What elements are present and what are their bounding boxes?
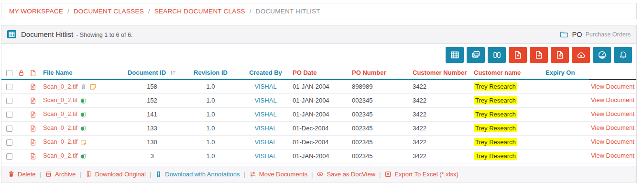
- cell-created-by-link[interactable]: VISHAL: [254, 111, 276, 118]
- header-cell-customer-number[interactable]: Customer Number: [411, 66, 472, 80]
- checkin-document-button[interactable]: [551, 47, 569, 63]
- archive-button[interactable]: Archive: [45, 171, 76, 178]
- cell-po-number: 898989: [350, 80, 411, 93]
- cell-actions: View Document: [589, 121, 636, 135]
- cell-created-by: VISHAL: [240, 93, 291, 107]
- grid-view-button[interactable]: [446, 47, 464, 63]
- cell-created-by: VISHAL: [240, 121, 291, 135]
- table-row: Scan_0_2.tif1521.0VISHAL01-JAN-200400234…: [1, 93, 636, 107]
- download-with-annotations-button[interactable]: Download with Annotations: [155, 171, 240, 178]
- action-label: Delete: [18, 171, 36, 178]
- header-cell-po-date[interactable]: PO Date: [291, 66, 350, 80]
- cell-file-name: Scan_0_2.tif: [41, 80, 123, 93]
- action-label: Save as DocView: [327, 171, 375, 178]
- cell-revision-id: 1.0: [181, 149, 240, 163]
- action-label: Archive: [55, 171, 76, 178]
- cloud-upload-button[interactable]: [572, 47, 590, 63]
- document-icon: [30, 152, 37, 160]
- view-document-link[interactable]: View Document: [591, 138, 634, 145]
- dashboard-button[interactable]: [593, 47, 611, 63]
- header-cell-expiry-on[interactable]: Expiry On: [544, 66, 589, 80]
- file-name-link[interactable]: Scan_0_2.tif: [43, 124, 77, 131]
- action-separator: |: [79, 171, 81, 178]
- file-name-link[interactable]: Scan_0_2.tif: [43, 138, 77, 145]
- header-cell-revision-id[interactable]: Revision ID: [181, 66, 240, 80]
- table-body: Scan_0_2.tif1581.0VISHAL01-JAN-200489898…: [1, 80, 636, 163]
- archive-icon: [45, 171, 52, 178]
- sticky-note-icon[interactable]: [80, 139, 87, 146]
- file-upload-icon: [513, 50, 523, 59]
- header-cell-po-number[interactable]: PO Number: [350, 66, 411, 80]
- cell-lock: [16, 121, 28, 135]
- cell-created-by-link[interactable]: VISHAL: [254, 125, 276, 132]
- save-as-docview-button[interactable]: Save as DocView: [317, 171, 375, 178]
- file-name-link[interactable]: Scan_0_2.tif: [43, 83, 77, 90]
- search-documents-button[interactable]: [488, 47, 506, 63]
- document-icon: [30, 83, 37, 91]
- cell-po-date: 01-JAN-2004: [291, 107, 350, 121]
- view-document-link[interactable]: View Document: [591, 96, 634, 104]
- breadcrumb-item[interactable]: MY WORKSPACE: [9, 8, 63, 15]
- upload-document-button[interactable]: [509, 47, 527, 63]
- document-icon: [30, 138, 37, 146]
- header-cell-document-id[interactable]: Document ID: [123, 66, 181, 80]
- export-to-excel-xlsx-button[interactable]: Export To Excel (*.xlsx): [384, 171, 458, 178]
- cell-created-by: VISHAL: [240, 149, 291, 163]
- notifications-button[interactable]: [614, 47, 632, 63]
- breadcrumb-list: MY WORKSPACE/DOCUMENT CLASSES/SEARCH DOC…: [9, 8, 320, 15]
- breadcrumb-item: DOCUMENT HITLIST: [256, 8, 320, 15]
- document-icon: [30, 125, 37, 132]
- file-name-link[interactable]: Scan_0_2.tif: [43, 152, 77, 159]
- cell-customer-number: 3422: [411, 121, 472, 135]
- document-icon: [30, 111, 37, 118]
- row-checkbox[interactable]: [6, 84, 12, 90]
- cell-po-number: 002345: [350, 121, 411, 135]
- cell-created-by-link[interactable]: VISHAL: [254, 97, 276, 104]
- cell-created-by-link[interactable]: VISHAL: [254, 138, 276, 146]
- breadcrumb-separator: /: [148, 8, 150, 15]
- sort-ascending-icon[interactable]: [170, 70, 176, 76]
- breadcrumb-item[interactable]: DOCUMENT CLASSES: [74, 8, 144, 15]
- delete-button[interactable]: Delete: [8, 171, 36, 178]
- add-document-button[interactable]: [530, 47, 548, 63]
- paperclip-icon[interactable]: [80, 83, 87, 91]
- row-checkbox[interactable]: [6, 139, 12, 146]
- annotation-icon[interactable]: [80, 111, 87, 118]
- eye-icon: [317, 171, 324, 178]
- view-document-link[interactable]: View Document: [591, 110, 634, 117]
- download-original-button[interactable]: Download Original: [85, 171, 146, 178]
- cell-created-by-link[interactable]: VISHAL: [254, 83, 276, 90]
- cell-po-date: 01-Dec-2004: [291, 135, 350, 149]
- annotation-icon[interactable]: [80, 97, 87, 104]
- row-checkbox[interactable]: [6, 153, 12, 160]
- cell-doc-icon: [28, 107, 41, 121]
- file-name-link[interactable]: Scan_0_2.tif: [43, 96, 77, 104]
- row-checkbox[interactable]: [6, 126, 12, 132]
- header-cell-created-by[interactable]: Created By: [240, 66, 291, 80]
- select-all-checkbox[interactable]: [6, 70, 12, 76]
- cell-created-by-link[interactable]: VISHAL: [254, 152, 276, 160]
- annotation-icon[interactable]: [80, 153, 87, 160]
- image-view-button[interactable]: [467, 47, 485, 63]
- annotation-icon[interactable]: [80, 125, 87, 132]
- view-document-link[interactable]: View Document: [591, 83, 634, 90]
- move-documents-button[interactable]: Move Documents: [249, 171, 307, 178]
- cell-customer-number: 3422: [411, 135, 472, 149]
- action-separator: |: [311, 171, 313, 178]
- cell-po-number: 002345: [350, 135, 411, 149]
- view-document-link[interactable]: View Document: [591, 152, 634, 159]
- cell-revision-id: 1.0: [181, 80, 240, 93]
- header-cell-file-name[interactable]: File Name: [41, 66, 123, 80]
- file-name-link[interactable]: Scan_0_2.tif: [43, 110, 77, 117]
- view-document-link[interactable]: View Document: [591, 124, 634, 131]
- row-checkbox[interactable]: [6, 112, 12, 118]
- breadcrumb-item[interactable]: SEARCH DOCUMENT CLASS: [154, 8, 245, 15]
- cell-document-id: 158: [123, 80, 181, 93]
- cell-expiry-on: [544, 93, 589, 107]
- cell-customer-name: Trey Research: [472, 107, 544, 121]
- table-row: Scan_0_2.tif31.0VISHAL01-JAN-20040023453…: [1, 149, 636, 163]
- header-cell-customer-name[interactable]: Customer name: [472, 66, 544, 80]
- cell-lock: [16, 80, 28, 93]
- row-checkbox[interactable]: [6, 98, 12, 104]
- sticky-note-icon[interactable]: [89, 83, 97, 91]
